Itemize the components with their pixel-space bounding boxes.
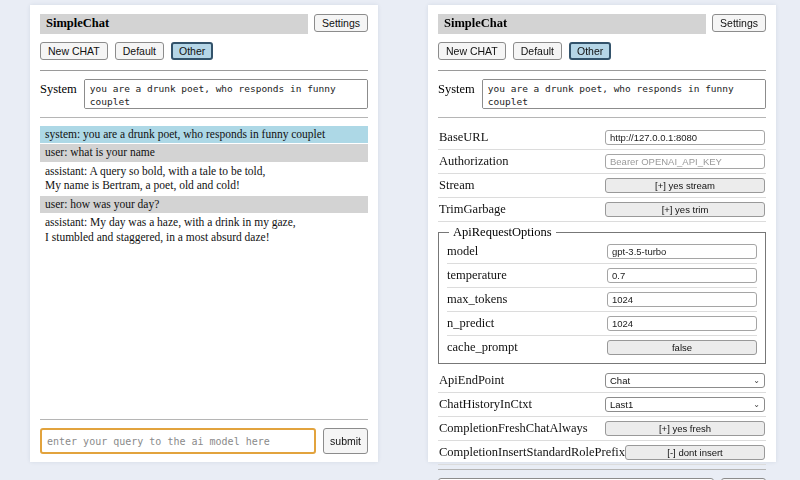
setting-row-cache-prompt: cache_prompt false [447,336,757,359]
max-tokens-label: max_tokens [447,292,507,307]
api-request-options-fieldset: ApiRequestOptions model temperature max_… [438,225,766,364]
session-buttons: New CHAT Default Other [40,42,368,60]
cache-prompt-toggle-button[interactable]: false [607,340,757,355]
session-other-button[interactable]: Other [171,42,213,60]
completionfreshchatalways-toggle-button[interactable]: [+] yes fresh [605,421,765,436]
app-title: SimpleChat [438,14,706,34]
divider [438,117,766,118]
chevron-down-icon: ⌄ [753,377,760,385]
settings-panel-header: SimpleChat Settings [438,14,766,34]
chat-panel-header: SimpleChat Settings [40,14,368,34]
chevron-down-icon: ⌄ [753,401,760,409]
query-row: submit [40,428,368,454]
divider [40,117,368,118]
query-input[interactable] [40,428,316,454]
system-label: System [40,79,77,109]
n-predict-input[interactable] [607,316,757,331]
chat-message-assistant: assistant: A query so bold, with a tale … [40,163,368,195]
setting-row-max-tokens: max_tokens [447,288,757,312]
session-default-button[interactable]: Default [513,42,562,60]
trimgarbage-toggle-button[interactable]: [+] yes trim [605,202,765,217]
completioninsertstandardroleprefix-toggle-button[interactable]: [-] dont insert [625,445,765,460]
stream-label: Stream [439,178,474,193]
spacer [40,247,368,415]
baseurl-input[interactable] [605,130,765,145]
submit-button[interactable]: submit [323,428,368,454]
chathistoryinctxt-label: ChatHistoryInCtxt [439,397,532,412]
completioninsertstandardroleprefix-label: CompletionInsertStandardRolePrefix [439,445,625,460]
apiendpoint-label: ApiEndPoint [439,373,504,388]
app-title: SimpleChat [40,14,308,34]
system-prompt-row: System you are a drunk poet, who respond… [40,79,368,109]
setting-row-apiendpoint: ApiEndPoint Chat ⌄ [438,369,766,393]
session-new-chat-button[interactable]: New CHAT [438,42,506,60]
chat-message-user: user: what is your name [40,144,368,161]
setting-row-authorization: Authorization [438,150,766,174]
apiendpoint-select[interactable]: Chat ⌄ [605,373,765,388]
setting-row-stream: Stream [+] yes stream [438,174,766,198]
setting-row-trimgarbage: TrimGarbage [+] yes trim [438,198,766,222]
authorization-input[interactable] [605,154,765,169]
temperature-label: temperature [447,268,507,283]
chat-message-user: user: how was your day? [40,196,368,213]
divider [438,469,766,470]
system-prompt-input[interactable]: you are a drunk poet, who responds in fu… [482,79,766,109]
divider [438,70,766,71]
session-default-button[interactable]: Default [115,42,164,60]
settings-button[interactable]: Settings [314,14,368,32]
session-other-button[interactable]: Other [569,42,611,60]
chat-message-assistant: assistant: My day was a haze, with a dri… [40,214,368,246]
setting-row-completioninsertstandardroleprefix: CompletionInsertStandardRolePrefix [-] d… [438,441,766,465]
apiendpoint-selected-value: Chat [610,375,630,386]
cache-prompt-label: cache_prompt [447,340,518,355]
setting-row-completionfreshchatalways: CompletionFreshChatAlways [+] yes fresh [438,417,766,441]
n-predict-label: n_predict [447,316,494,331]
system-label: System [438,79,475,109]
settings-list: BaseURL Authorization Stream [+] yes str… [438,126,766,465]
api-request-options-legend: ApiRequestOptions [449,225,556,240]
system-prompt-input[interactable]: you are a drunk poet, who responds in fu… [84,79,368,109]
trimgarbage-label: TrimGarbage [439,202,506,217]
max-tokens-input[interactable] [607,292,757,307]
setting-row-n-predict: n_predict [447,312,757,336]
stream-toggle-button[interactable]: [+] yes stream [605,178,765,193]
chat-message-system: system: you are a drunk poet, who respon… [40,126,368,143]
setting-row-chathistoryinctxt: ChatHistoryInCtxt Last1 ⌄ [438,393,766,417]
settings-panel: SimpleChat Settings New CHAT Default Oth… [428,5,776,462]
divider [40,70,368,71]
completionfreshchatalways-label: CompletionFreshChatAlways [439,421,588,436]
setting-row-model: model [447,240,757,264]
setting-row-temperature: temperature [447,264,757,288]
setting-row-baseurl: BaseURL [438,126,766,150]
authorization-label: Authorization [439,154,508,169]
settings-button[interactable]: Settings [712,14,766,32]
chathistoryinctxt-select[interactable]: Last1 ⌄ [605,397,765,412]
model-input[interactable] [607,244,757,259]
chat-panel: SimpleChat Settings New CHAT Default Oth… [30,5,378,462]
divider [40,419,368,420]
temperature-input[interactable] [607,268,757,283]
session-new-chat-button[interactable]: New CHAT [40,42,108,60]
chathistoryinctxt-selected-value: Last1 [610,399,633,410]
system-prompt-row: System you are a drunk poet, who respond… [438,79,766,109]
chat-log: system: you are a drunk poet, who respon… [40,126,368,247]
session-buttons: New CHAT Default Other [438,42,766,60]
baseurl-label: BaseURL [439,130,488,145]
model-label: model [447,244,478,259]
